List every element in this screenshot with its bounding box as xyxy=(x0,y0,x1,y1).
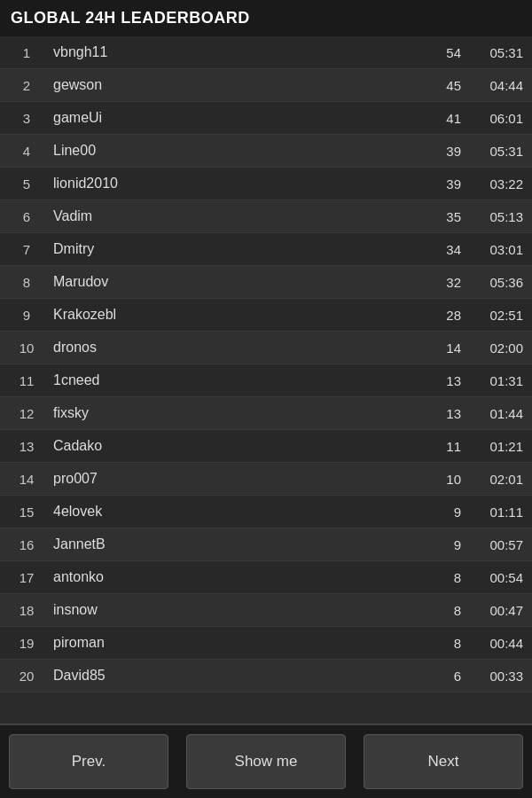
rank-cell: 8 xyxy=(9,275,44,290)
table-row: 4Line003905:31 xyxy=(0,135,532,168)
table-row: 154elovek901:11 xyxy=(0,496,532,528)
leaderboard-table: 1vbngh115405:312gewson4504:443gameUi4106… xyxy=(0,36,532,724)
username-cell: piroman xyxy=(44,635,408,651)
rank-cell: 16 xyxy=(9,537,44,552)
table-row: 17antonko800:54 xyxy=(0,561,532,594)
time-cell: 02:01 xyxy=(461,472,523,487)
time-cell: 03:22 xyxy=(461,176,523,192)
score-cell: 35 xyxy=(408,209,461,224)
time-cell: 00:54 xyxy=(461,570,523,585)
username-cell: Line00 xyxy=(44,143,408,159)
table-row: 6Vadim3505:13 xyxy=(0,200,532,233)
time-cell: 00:57 xyxy=(461,537,523,552)
time-cell: 00:33 xyxy=(461,669,523,684)
table-row: 14pro0071002:01 xyxy=(0,463,532,496)
username-cell: Krakozebl xyxy=(44,307,408,323)
username-cell: fixsky xyxy=(44,405,408,421)
next-button[interactable]: Next xyxy=(364,734,523,789)
table-row: 12fixsky1301:44 xyxy=(0,397,532,430)
time-cell: 05:31 xyxy=(461,45,523,60)
rank-cell: 12 xyxy=(9,406,44,421)
username-cell: lionid2010 xyxy=(44,176,408,192)
rank-cell: 13 xyxy=(9,439,44,454)
score-cell: 6 xyxy=(408,669,461,684)
username-cell: Cadako xyxy=(44,438,408,454)
page-title: GLOBAL 24H LEADERBOARD xyxy=(0,0,532,36)
time-cell: 01:44 xyxy=(461,406,523,421)
table-row: 7Dmitry3403:01 xyxy=(0,233,532,266)
rank-cell: 5 xyxy=(9,176,44,192)
score-cell: 10 xyxy=(408,472,461,487)
username-cell: antonko xyxy=(44,569,408,585)
rank-cell: 3 xyxy=(9,111,44,126)
score-cell: 54 xyxy=(408,45,461,60)
score-cell: 32 xyxy=(408,275,461,290)
rank-cell: 11 xyxy=(9,373,44,388)
table-row: 18insnow800:47 xyxy=(0,594,532,627)
rank-cell: 6 xyxy=(9,209,44,224)
time-cell: 05:36 xyxy=(461,275,523,290)
time-cell: 03:01 xyxy=(461,242,523,257)
time-cell: 05:13 xyxy=(461,209,523,224)
score-cell: 8 xyxy=(408,570,461,585)
time-cell: 02:00 xyxy=(461,340,523,356)
score-cell: 13 xyxy=(408,373,461,388)
username-cell: Dmitry xyxy=(44,241,408,257)
username-cell: 1cneed xyxy=(44,372,408,388)
score-cell: 45 xyxy=(408,78,461,93)
time-cell: 06:01 xyxy=(461,111,523,126)
score-cell: 9 xyxy=(408,537,461,552)
time-cell: 01:31 xyxy=(461,373,523,388)
username-cell: David85 xyxy=(44,668,408,684)
rank-cell: 10 xyxy=(9,340,44,356)
time-cell: 01:11 xyxy=(461,505,523,520)
score-cell: 8 xyxy=(408,636,461,651)
table-row: 111cneed1301:31 xyxy=(0,364,532,397)
rank-cell: 2 xyxy=(9,78,44,93)
username-cell: Marudov xyxy=(44,274,408,290)
rank-cell: 18 xyxy=(9,603,44,618)
score-cell: 34 xyxy=(408,242,461,257)
rank-cell: 4 xyxy=(9,144,44,159)
show-me-button[interactable]: Show me xyxy=(186,734,346,789)
table-row: 8Marudov3205:36 xyxy=(0,266,532,299)
username-cell: vbngh11 xyxy=(44,44,408,60)
score-cell: 39 xyxy=(408,144,461,159)
table-row: 2gewson4504:44 xyxy=(0,69,532,102)
username-cell: Vadim xyxy=(44,208,408,224)
table-row: 1vbngh115405:31 xyxy=(0,36,532,69)
username-cell: gameUi xyxy=(44,110,408,126)
table-row: 20David85600:33 xyxy=(0,660,532,692)
footer-buttons: Prev. Show me Next xyxy=(0,724,532,798)
username-cell: insnow xyxy=(44,602,408,618)
time-cell: 05:31 xyxy=(461,144,523,159)
rank-cell: 1 xyxy=(9,45,44,60)
username-cell: JannetB xyxy=(44,536,408,552)
table-row: 10dronos1402:00 xyxy=(0,332,532,364)
rank-cell: 19 xyxy=(9,636,44,651)
time-cell: 01:21 xyxy=(461,439,523,454)
username-cell: gewson xyxy=(44,77,408,93)
score-cell: 39 xyxy=(408,176,461,192)
time-cell: 00:47 xyxy=(461,603,523,618)
score-cell: 11 xyxy=(408,439,461,454)
table-row: 9Krakozebl2802:51 xyxy=(0,299,532,332)
table-row: 3gameUi4106:01 xyxy=(0,102,532,135)
username-cell: pro007 xyxy=(44,471,408,487)
rank-cell: 7 xyxy=(9,242,44,257)
time-cell: 02:51 xyxy=(461,308,523,323)
prev-button[interactable]: Prev. xyxy=(9,734,168,789)
score-cell: 41 xyxy=(408,111,461,126)
table-row: 5lionid20103903:22 xyxy=(0,168,532,200)
rank-cell: 14 xyxy=(9,472,44,487)
score-cell: 28 xyxy=(408,308,461,323)
rank-cell: 9 xyxy=(9,308,44,323)
table-row: 16JannetB900:57 xyxy=(0,528,532,561)
username-cell: dronos xyxy=(44,340,408,356)
score-cell: 9 xyxy=(408,505,461,520)
time-cell: 04:44 xyxy=(461,78,523,93)
time-cell: 00:44 xyxy=(461,636,523,651)
score-cell: 8 xyxy=(408,603,461,618)
rank-cell: 20 xyxy=(9,669,44,684)
rank-cell: 15 xyxy=(9,505,44,520)
